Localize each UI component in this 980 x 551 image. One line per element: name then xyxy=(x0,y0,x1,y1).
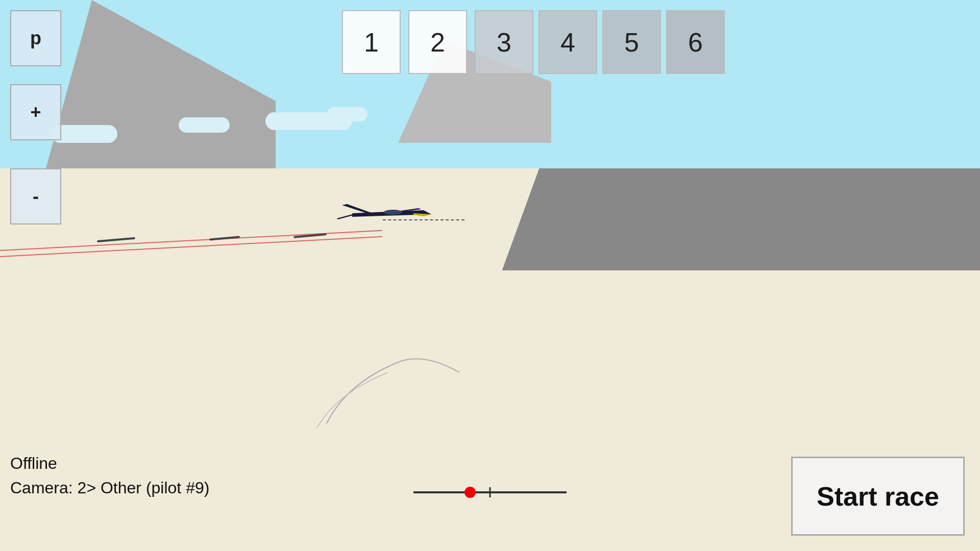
timeline-slider[interactable] xyxy=(413,485,567,500)
minus-label: - xyxy=(33,186,39,207)
camera-status: Camera: 2> Other (pilot #9) xyxy=(10,475,209,500)
tab-5-label: 5 xyxy=(624,27,639,58)
cloud-2 xyxy=(179,117,230,133)
tarmac xyxy=(502,168,980,270)
start-race-label: Start race xyxy=(817,481,939,512)
tab-6-label: 6 xyxy=(688,27,703,58)
ground-arcs xyxy=(296,342,475,434)
svg-point-5 xyxy=(384,210,402,215)
tab-3-label: 3 xyxy=(497,27,511,58)
slider-dot[interactable] xyxy=(464,487,476,498)
offline-status: Offline xyxy=(10,451,209,475)
slider-tick xyxy=(489,487,491,497)
cloud-4 xyxy=(327,107,368,121)
tab-1[interactable]: 1 xyxy=(342,10,401,74)
glider xyxy=(332,199,444,230)
status-display: Offline Camera: 2> Other (pilot #9) xyxy=(10,451,209,500)
svg-marker-3 xyxy=(337,214,353,219)
tab-2-label: 2 xyxy=(430,27,445,58)
zoom-out-button[interactable]: - xyxy=(10,168,61,224)
start-race-button[interactable]: Start race xyxy=(791,457,965,536)
slider-track[interactable] xyxy=(413,491,567,493)
tab-3[interactable]: 3 xyxy=(475,10,533,74)
tab-1-label: 1 xyxy=(364,27,379,58)
zoom-in-button[interactable]: + xyxy=(10,84,61,140)
tab-6[interactable]: 6 xyxy=(666,10,725,74)
plus-label: + xyxy=(30,102,41,123)
ground-shape-1 xyxy=(36,276,184,362)
pause-button[interactable]: p xyxy=(10,10,61,66)
pause-label: p xyxy=(30,28,41,49)
tab-2[interactable]: 2 xyxy=(408,10,467,74)
tab-4-label: 4 xyxy=(560,27,575,58)
svg-marker-1 xyxy=(342,204,373,214)
tab-4[interactable]: 4 xyxy=(538,10,597,74)
tab-5[interactable]: 5 xyxy=(602,10,661,74)
